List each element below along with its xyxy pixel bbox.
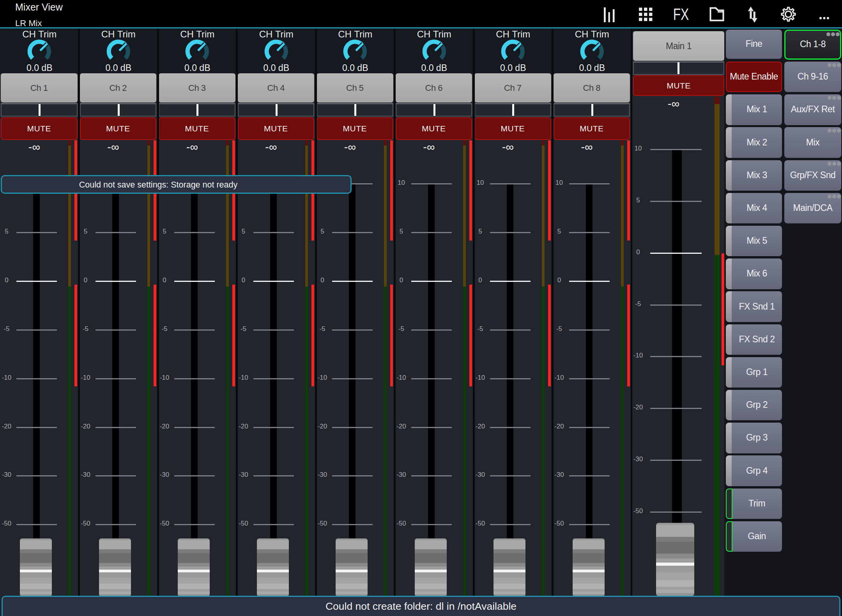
svg-text:FX: FX xyxy=(673,5,689,23)
